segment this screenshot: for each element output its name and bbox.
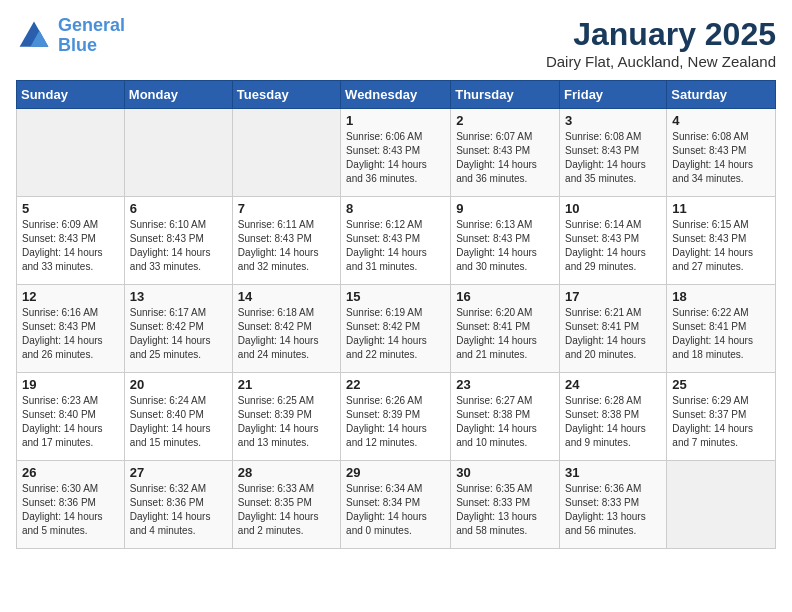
table-cell: 24Sunrise: 6:28 AM Sunset: 8:38 PM Dayli…	[560, 373, 667, 461]
table-cell: 16Sunrise: 6:20 AM Sunset: 8:41 PM Dayli…	[451, 285, 560, 373]
day-info: Sunrise: 6:19 AM Sunset: 8:42 PM Dayligh…	[346, 306, 445, 362]
day-number: 5	[22, 201, 119, 216]
day-info: Sunrise: 6:06 AM Sunset: 8:43 PM Dayligh…	[346, 130, 445, 186]
table-cell: 1Sunrise: 6:06 AM Sunset: 8:43 PM Daylig…	[341, 109, 451, 197]
day-number: 16	[456, 289, 554, 304]
day-number: 10	[565, 201, 661, 216]
day-info: Sunrise: 6:13 AM Sunset: 8:43 PM Dayligh…	[456, 218, 554, 274]
day-number: 21	[238, 377, 335, 392]
table-cell: 31Sunrise: 6:36 AM Sunset: 8:33 PM Dayli…	[560, 461, 667, 549]
col-sunday: Sunday	[17, 81, 125, 109]
day-number: 28	[238, 465, 335, 480]
calendar-subtitle: Dairy Flat, Auckland, New Zealand	[546, 53, 776, 70]
day-info: Sunrise: 6:09 AM Sunset: 8:43 PM Dayligh…	[22, 218, 119, 274]
week-row-3: 12Sunrise: 6:16 AM Sunset: 8:43 PM Dayli…	[17, 285, 776, 373]
table-cell: 15Sunrise: 6:19 AM Sunset: 8:42 PM Dayli…	[341, 285, 451, 373]
table-cell: 27Sunrise: 6:32 AM Sunset: 8:36 PM Dayli…	[124, 461, 232, 549]
day-number: 1	[346, 113, 445, 128]
day-number: 7	[238, 201, 335, 216]
table-cell: 25Sunrise: 6:29 AM Sunset: 8:37 PM Dayli…	[667, 373, 776, 461]
day-info: Sunrise: 6:34 AM Sunset: 8:34 PM Dayligh…	[346, 482, 445, 538]
table-cell	[17, 109, 125, 197]
day-info: Sunrise: 6:16 AM Sunset: 8:43 PM Dayligh…	[22, 306, 119, 362]
day-info: Sunrise: 6:23 AM Sunset: 8:40 PM Dayligh…	[22, 394, 119, 450]
table-cell: 30Sunrise: 6:35 AM Sunset: 8:33 PM Dayli…	[451, 461, 560, 549]
table-cell: 10Sunrise: 6:14 AM Sunset: 8:43 PM Dayli…	[560, 197, 667, 285]
day-number: 25	[672, 377, 770, 392]
logo-icon	[16, 18, 52, 54]
table-cell: 17Sunrise: 6:21 AM Sunset: 8:41 PM Dayli…	[560, 285, 667, 373]
table-cell: 21Sunrise: 6:25 AM Sunset: 8:39 PM Dayli…	[232, 373, 340, 461]
day-info: Sunrise: 6:28 AM Sunset: 8:38 PM Dayligh…	[565, 394, 661, 450]
table-cell: 19Sunrise: 6:23 AM Sunset: 8:40 PM Dayli…	[17, 373, 125, 461]
table-cell: 29Sunrise: 6:34 AM Sunset: 8:34 PM Dayli…	[341, 461, 451, 549]
day-number: 31	[565, 465, 661, 480]
table-cell: 2Sunrise: 6:07 AM Sunset: 8:43 PM Daylig…	[451, 109, 560, 197]
table-cell	[124, 109, 232, 197]
day-number: 27	[130, 465, 227, 480]
week-row-1: 1Sunrise: 6:06 AM Sunset: 8:43 PM Daylig…	[17, 109, 776, 197]
day-info: Sunrise: 6:29 AM Sunset: 8:37 PM Dayligh…	[672, 394, 770, 450]
day-number: 23	[456, 377, 554, 392]
day-number: 13	[130, 289, 227, 304]
day-info: Sunrise: 6:10 AM Sunset: 8:43 PM Dayligh…	[130, 218, 227, 274]
day-info: Sunrise: 6:08 AM Sunset: 8:43 PM Dayligh…	[565, 130, 661, 186]
page-header: General Blue January 2025 Dairy Flat, Au…	[16, 16, 776, 70]
title-area: January 2025 Dairy Flat, Auckland, New Z…	[546, 16, 776, 70]
table-cell: 28Sunrise: 6:33 AM Sunset: 8:35 PM Dayli…	[232, 461, 340, 549]
day-info: Sunrise: 6:11 AM Sunset: 8:43 PM Dayligh…	[238, 218, 335, 274]
day-number: 29	[346, 465, 445, 480]
day-info: Sunrise: 6:25 AM Sunset: 8:39 PM Dayligh…	[238, 394, 335, 450]
table-cell: 4Sunrise: 6:08 AM Sunset: 8:43 PM Daylig…	[667, 109, 776, 197]
col-tuesday: Tuesday	[232, 81, 340, 109]
day-number: 6	[130, 201, 227, 216]
day-info: Sunrise: 6:18 AM Sunset: 8:42 PM Dayligh…	[238, 306, 335, 362]
col-saturday: Saturday	[667, 81, 776, 109]
calendar-table: Sunday Monday Tuesday Wednesday Thursday…	[16, 80, 776, 549]
table-cell: 23Sunrise: 6:27 AM Sunset: 8:38 PM Dayli…	[451, 373, 560, 461]
day-info: Sunrise: 6:27 AM Sunset: 8:38 PM Dayligh…	[456, 394, 554, 450]
day-number: 12	[22, 289, 119, 304]
table-cell: 5Sunrise: 6:09 AM Sunset: 8:43 PM Daylig…	[17, 197, 125, 285]
calendar-header-row: Sunday Monday Tuesday Wednesday Thursday…	[17, 81, 776, 109]
day-info: Sunrise: 6:21 AM Sunset: 8:41 PM Dayligh…	[565, 306, 661, 362]
table-cell: 11Sunrise: 6:15 AM Sunset: 8:43 PM Dayli…	[667, 197, 776, 285]
day-info: Sunrise: 6:24 AM Sunset: 8:40 PM Dayligh…	[130, 394, 227, 450]
day-info: Sunrise: 6:12 AM Sunset: 8:43 PM Dayligh…	[346, 218, 445, 274]
day-number: 22	[346, 377, 445, 392]
day-info: Sunrise: 6:26 AM Sunset: 8:39 PM Dayligh…	[346, 394, 445, 450]
day-number: 4	[672, 113, 770, 128]
day-number: 18	[672, 289, 770, 304]
table-cell: 6Sunrise: 6:10 AM Sunset: 8:43 PM Daylig…	[124, 197, 232, 285]
col-friday: Friday	[560, 81, 667, 109]
table-cell: 7Sunrise: 6:11 AM Sunset: 8:43 PM Daylig…	[232, 197, 340, 285]
day-info: Sunrise: 6:07 AM Sunset: 8:43 PM Dayligh…	[456, 130, 554, 186]
table-cell: 9Sunrise: 6:13 AM Sunset: 8:43 PM Daylig…	[451, 197, 560, 285]
day-number: 30	[456, 465, 554, 480]
day-info: Sunrise: 6:30 AM Sunset: 8:36 PM Dayligh…	[22, 482, 119, 538]
table-cell	[232, 109, 340, 197]
table-cell: 22Sunrise: 6:26 AM Sunset: 8:39 PM Dayli…	[341, 373, 451, 461]
day-info: Sunrise: 6:08 AM Sunset: 8:43 PM Dayligh…	[672, 130, 770, 186]
day-info: Sunrise: 6:14 AM Sunset: 8:43 PM Dayligh…	[565, 218, 661, 274]
logo: General Blue	[16, 16, 125, 56]
day-number: 20	[130, 377, 227, 392]
day-number: 26	[22, 465, 119, 480]
week-row-5: 26Sunrise: 6:30 AM Sunset: 8:36 PM Dayli…	[17, 461, 776, 549]
day-info: Sunrise: 6:32 AM Sunset: 8:36 PM Dayligh…	[130, 482, 227, 538]
table-cell: 20Sunrise: 6:24 AM Sunset: 8:40 PM Dayli…	[124, 373, 232, 461]
day-number: 24	[565, 377, 661, 392]
day-info: Sunrise: 6:22 AM Sunset: 8:41 PM Dayligh…	[672, 306, 770, 362]
col-thursday: Thursday	[451, 81, 560, 109]
day-info: Sunrise: 6:33 AM Sunset: 8:35 PM Dayligh…	[238, 482, 335, 538]
day-info: Sunrise: 6:36 AM Sunset: 8:33 PM Dayligh…	[565, 482, 661, 538]
table-cell: 13Sunrise: 6:17 AM Sunset: 8:42 PM Dayli…	[124, 285, 232, 373]
day-number: 11	[672, 201, 770, 216]
week-row-2: 5Sunrise: 6:09 AM Sunset: 8:43 PM Daylig…	[17, 197, 776, 285]
table-cell: 12Sunrise: 6:16 AM Sunset: 8:43 PM Dayli…	[17, 285, 125, 373]
day-number: 9	[456, 201, 554, 216]
day-info: Sunrise: 6:15 AM Sunset: 8:43 PM Dayligh…	[672, 218, 770, 274]
day-number: 17	[565, 289, 661, 304]
col-wednesday: Wednesday	[341, 81, 451, 109]
day-number: 14	[238, 289, 335, 304]
